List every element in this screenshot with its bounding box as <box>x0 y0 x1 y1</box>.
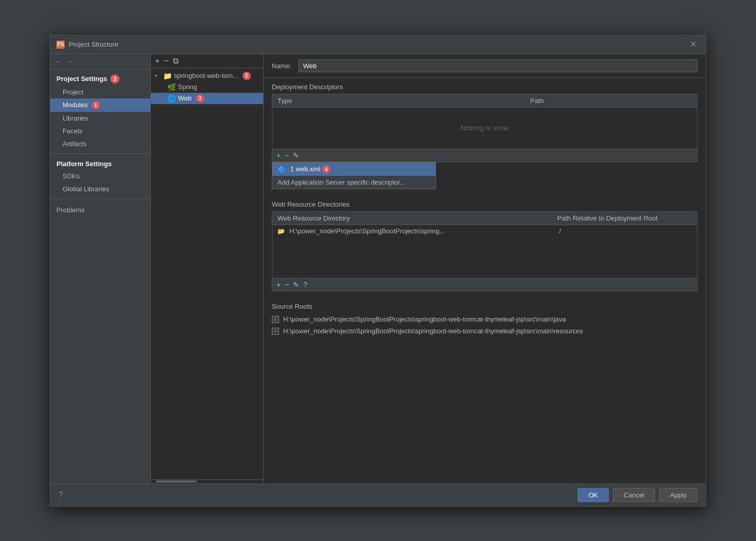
sidebar-item-problems[interactable]: Problems <box>50 202 150 216</box>
title-bar: PS Project Structure ✕ <box>50 35 706 54</box>
sidebar-item-artifacts[interactable]: Artifacts <box>50 137 150 150</box>
web-badge: 3 <box>196 94 204 103</box>
wr-row: 📂 H:\power_node\Projects\SpringBootProje… <box>272 225 697 237</box>
dialog-footer: ? OK Cancel Apply <box>50 484 706 506</box>
cancel-button[interactable]: Cancel <box>613 488 655 502</box>
project-structure-dialog: PS Project Structure ✕ ← → Project Setti… <box>50 35 706 507</box>
app-icon: PS <box>56 41 65 49</box>
tree-item-spring[interactable]: 🌿 Spring <box>151 82 263 93</box>
main-content: Name: Deployment Descriptors Type Path N… <box>264 54 706 484</box>
source-row-resources: H:\power_node\Projects\SpringBootProject… <box>264 325 706 337</box>
dialog-body: ← → Project Settings 2 Project Modules 1… <box>50 54 706 484</box>
add-module-button[interactable]: + <box>155 57 160 65</box>
dd-table-header: Type Path <box>272 94 697 108</box>
wr-remove-button[interactable]: − <box>285 280 289 289</box>
wr-edit-button[interactable]: ✎ <box>293 280 299 289</box>
source-row-java: H:\power_node\Projects\SpringBootProject… <box>264 313 706 325</box>
copy-module-button[interactable]: ⧉ <box>173 57 178 65</box>
web-resource-table: Web Resource Directory Path Relative to … <box>272 211 698 291</box>
remove-module-button[interactable]: − <box>164 57 168 65</box>
source-roots-section: Source Roots H:\power_node\Projects\Spri… <box>264 297 706 337</box>
tree-item-springboot[interactable]: ▾ 📁 springboot-web-tom... 2 <box>151 70 263 82</box>
source-root-java-checkbox[interactable] <box>272 316 279 323</box>
spring-icon: 🌿 <box>167 83 176 91</box>
sidebar-item-libraries[interactable]: Libraries <box>50 112 150 125</box>
nav-back-button[interactable]: ← <box>54 57 62 66</box>
wr-add-button[interactable]: + <box>276 280 281 289</box>
project-settings-badge: 2 <box>110 74 120 84</box>
webxml-icon: 🔷 <box>277 165 286 173</box>
source-roots-header: Source Roots <box>264 297 706 313</box>
dd-nothing-text: Nothing to show <box>461 124 508 132</box>
wr-row-relative: / <box>559 227 692 235</box>
web-resource-header: Web Resource Directories <box>264 195 706 211</box>
dialog-title: Project Structure <box>69 41 118 48</box>
project-settings-label: Project Settings 2 <box>50 69 150 86</box>
wr-table-header: Web Resource Directory Path Relative to … <box>272 212 697 225</box>
dd-col-type: Type <box>272 94 525 107</box>
module-tree-toolbar: + − ⧉ <box>151 54 263 68</box>
sidebar-nav-bar: ← → <box>50 54 150 69</box>
dd-table-toolbar: + − ✎ <box>272 149 697 162</box>
wr-col-directory: Web Resource Directory <box>272 212 552 225</box>
dd-remove-button[interactable]: − <box>285 151 289 159</box>
deployment-descriptors-header: Deployment Descriptors <box>264 78 706 94</box>
source-root-resources-path: H:\power_node\Projects\SpringBootProject… <box>283 327 583 335</box>
dropdown-item-webxml-text: 1 web.xml 4 <box>290 165 330 174</box>
chevron-down-icon: ▾ <box>155 73 161 78</box>
name-label: Name: <box>272 62 292 70</box>
folder-icon: 📁 <box>163 72 172 80</box>
source-root-resources-checkbox[interactable] <box>272 328 279 335</box>
platform-settings-label: Platform Settings <box>50 157 150 170</box>
module-tree-scrollbar <box>151 479 263 484</box>
dd-add-button[interactable]: + <box>276 151 281 159</box>
dd-col-path: Path <box>525 94 697 107</box>
nav-forward-button[interactable]: → <box>66 57 73 66</box>
ok-button[interactable]: OK <box>578 488 609 502</box>
dropdown-item-webxml[interactable]: 🔷 1 web.xml 4 <box>272 163 435 176</box>
dropdown-menu-container: 🔷 1 web.xml 4 Add Application Server spe… <box>272 162 698 190</box>
sidebar-item-global-libraries[interactable]: Global Libraries <box>50 183 150 195</box>
dropdown-badge-4: 4 <box>322 165 330 173</box>
dropdown-item-app-server[interactable]: Add Application Server specific descript… <box>272 176 435 189</box>
wr-col-path: Path Relative to Deployment Root <box>552 212 697 225</box>
web-icon: 🌐 <box>167 94 176 103</box>
springboot-badge: 2 <box>243 72 251 80</box>
sidebar-item-sdks[interactable]: SDKs <box>50 170 150 183</box>
wr-table-toolbar: + − ✎ ? <box>272 278 697 291</box>
name-input[interactable] <box>299 59 698 72</box>
close-button[interactable]: ✕ <box>687 39 700 50</box>
help-button[interactable]: ? <box>58 490 63 499</box>
title-bar-left: PS Project Structure <box>56 41 118 49</box>
deployment-descriptors-table: Type Path Nothing to show + − ✎ <box>272 94 698 162</box>
scrollbar-thumb <box>156 480 197 483</box>
dd-edit-button[interactable]: ✎ <box>293 151 299 159</box>
sidebar-item-facets[interactable]: Facets <box>50 125 150 137</box>
web-resource-section: Web Resource Directories Web Resource Di… <box>264 195 706 291</box>
wr-row-folder-icon: 📂 <box>277 228 285 235</box>
apply-button[interactable]: Apply <box>659 488 698 502</box>
module-tree-content: ▾ 📁 springboot-web-tom... 2 🌿 Spring 🌐 W… <box>151 68 263 479</box>
sidebar-item-modules[interactable]: Modules 1 <box>50 98 150 112</box>
source-root-java-path: H:\power_node\Projects\SpringBootProject… <box>283 315 566 323</box>
dropdown-item-app-server-text: Add Application Server specific descript… <box>277 178 405 186</box>
wr-body-spacer <box>272 237 697 278</box>
wr-row-path: H:\power_node\Projects\SpringBootProject… <box>289 227 555 235</box>
tree-item-web[interactable]: 🌐 Web 3 <box>151 93 263 104</box>
footer-buttons: OK Cancel Apply <box>578 488 698 502</box>
module-tree: + − ⧉ ▾ 📁 springboot-web-tom... 2 🌿 Spri… <box>151 54 264 484</box>
sidebar-item-project[interactable]: Project <box>50 86 150 98</box>
sidebar: ← → Project Settings 2 Project Modules 1… <box>50 54 151 484</box>
modules-badge: 1 <box>92 101 100 109</box>
name-row: Name: <box>264 54 706 78</box>
dd-table-body: Nothing to show <box>272 108 697 149</box>
wr-help-button[interactable]: ? <box>303 280 307 289</box>
dropdown-menu: 🔷 1 web.xml 4 Add Application Server spe… <box>272 162 436 190</box>
